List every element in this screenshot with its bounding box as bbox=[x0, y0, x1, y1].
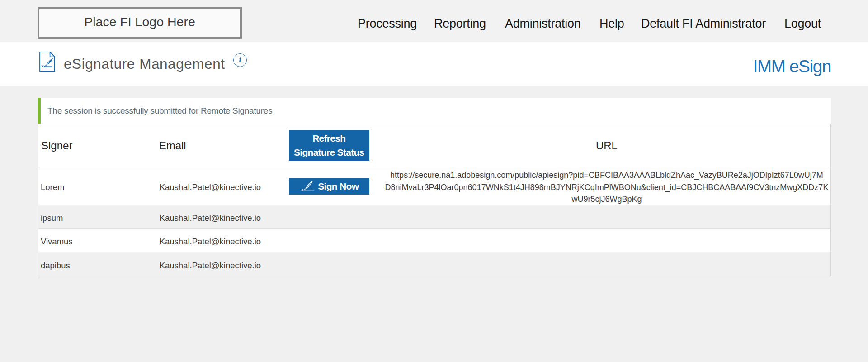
svg-text:x: x bbox=[41, 63, 44, 68]
svg-text:x: x bbox=[302, 187, 304, 191]
